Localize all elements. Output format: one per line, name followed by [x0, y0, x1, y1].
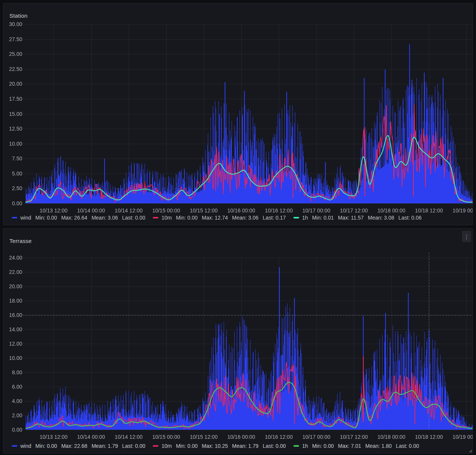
- legend-stat: Max: 10.25: [202, 443, 228, 449]
- x-axis-tick-label: 10/17 00:00: [298, 208, 335, 214]
- legend-stat: Last: 0.00: [122, 215, 146, 221]
- legend-stat: Last: 0.00: [263, 443, 286, 449]
- legend-stat: Mean: 1.80: [365, 443, 392, 449]
- legend-series-marker-icon: [12, 445, 17, 447]
- legend-stat: Max: 22.68: [61, 443, 87, 449]
- x-axis-tick-label: 10/14 12:00: [111, 434, 147, 440]
- legend-stat: Last: 0.06: [398, 215, 422, 221]
- legend-stat: Min: 0.00: [35, 443, 57, 449]
- y-axis-tick-label: 6.00: [3, 384, 22, 390]
- legend-series-name[interactable]: wind: [20, 443, 31, 449]
- x-axis-tick-label: 10/19 00:00: [448, 434, 473, 440]
- legend-stat: Mean: 3.08: [368, 215, 394, 221]
- panel-title-station[interactable]: Station: [9, 12, 28, 19]
- y-axis-tick-label: 5.00: [3, 171, 22, 177]
- legend-stat: Min: 0.00: [312, 443, 334, 449]
- legend-stat: Min: 0.00: [176, 215, 198, 221]
- y-axis-tick-label: 10.00: [3, 355, 22, 361]
- y-axis-tick-label: 25.00: [3, 51, 22, 57]
- y-axis-tick-label: 8.00: [3, 369, 22, 375]
- x-axis-tick-label: 10/14 00:00: [73, 208, 109, 214]
- legend-item-10m: 10mMin: 0.00Max: 10.25Mean: 1.79Last: 0.…: [153, 443, 286, 449]
- legend-item-10m: 10mMin: 0.00Max: 12.74Mean: 3.06Last: 0.…: [153, 215, 286, 221]
- y-axis-tick-label: 2.00: [3, 412, 22, 418]
- legend-stat: Last: 0.00: [396, 443, 419, 449]
- x-axis-tick-label: 10/17 12:00: [336, 208, 372, 214]
- x-axis-tick-label: 10/13 12:00: [35, 434, 72, 440]
- station-timeseries-canvas[interactable]: [3, 3, 473, 212]
- y-axis-tick-label: 17.50: [3, 96, 22, 102]
- legend-stat: Last: 0.00: [122, 443, 146, 449]
- panel-terrasse: Terrasse ⋮ 24.0022.0020.0018.0016.0014.0…: [3, 228, 473, 453]
- legend-series-marker-icon: [293, 445, 299, 447]
- y-axis-tick-label: 16.00: [3, 312, 22, 318]
- y-axis-tick-label: 20.00: [3, 81, 22, 87]
- panel-menu-kebab-icon[interactable]: ⋮: [462, 231, 471, 242]
- x-axis-tick-label: 10/16 00:00: [223, 434, 259, 440]
- x-axis-tick-label: 10/18 12:00: [411, 208, 447, 214]
- legend-stat: Last: 0.17: [263, 215, 286, 221]
- y-axis-tick-label: 0.00: [3, 427, 22, 433]
- x-axis-tick-label: 10/13 12:00: [35, 208, 72, 214]
- y-axis-tick-label: 20.00: [3, 283, 22, 289]
- x-axis-tick-label: 10/17 12:00: [336, 434, 372, 440]
- y-axis-tick-label: 24.00: [3, 255, 22, 261]
- y-axis-tick-label: 12.50: [3, 126, 22, 132]
- legend-stat: Max: 7.01: [338, 443, 361, 449]
- legend-item-1h: 1hMin: 0.00Max: 7.01Mean: 1.80Last: 0.00: [293, 443, 419, 449]
- x-axis-tick-label: 10/15 00:00: [148, 434, 184, 440]
- legend-stat: Min: 0.00: [176, 443, 198, 449]
- x-axis-tick-label: 10/14 00:00: [73, 434, 109, 440]
- legend-stat: Mean: 3.06: [232, 215, 258, 221]
- legend-stat: Mean: 1.79: [232, 443, 258, 449]
- x-axis-tick-label: 10/15 12:00: [186, 434, 222, 440]
- legend-stat: Mean: 3.06: [92, 215, 118, 221]
- terrasse-timeseries-canvas[interactable]: [3, 229, 473, 438]
- legend-series-name[interactable]: 10m: [161, 215, 172, 221]
- legend-series-name[interactable]: 1h: [302, 215, 308, 221]
- x-axis-tick-label: 10/16 12:00: [261, 434, 297, 440]
- x-axis-tick-label: 10/18 00:00: [373, 208, 410, 214]
- x-axis-tick-label: 10/19 00:00: [448, 208, 473, 214]
- legend-item-wind: windMin: 0.00Max: 22.68Mean: 1.79Last: 0…: [12, 443, 145, 449]
- legend-item-wind: windMin: 0.00Max: 26.64Mean: 3.06Last: 0…: [12, 215, 145, 221]
- panel-station: Station 30.0027.5025.0022.5020.0017.5015…: [3, 3, 473, 225]
- x-axis-tick-label: 10/15 12:00: [186, 208, 222, 214]
- legend-series-marker-icon: [153, 217, 158, 218]
- legend-stat: Min: 0.01: [312, 215, 334, 221]
- legend-series-marker-icon: [153, 445, 158, 447]
- x-axis-tick-label: 10/18 00:00: [373, 434, 410, 440]
- legend-stat: Min: 0.00: [35, 215, 57, 221]
- y-axis-tick-label: 30.00: [3, 21, 22, 27]
- y-axis-tick-label: 14.00: [3, 326, 22, 332]
- y-axis-tick-label: 27.50: [3, 36, 22, 42]
- legend-series-marker-icon: [293, 217, 299, 218]
- y-axis-tick-label: 2.50: [3, 185, 22, 191]
- y-axis-tick-label: 10.00: [3, 141, 22, 147]
- legend-series-name[interactable]: 1h: [302, 443, 308, 449]
- y-axis-tick-label: 7.50: [3, 155, 22, 161]
- y-axis-tick-label: 4.00: [3, 398, 22, 404]
- panel-resize-handle[interactable]: [469, 449, 472, 452]
- x-axis-tick-label: 10/16 12:00: [261, 208, 297, 214]
- y-axis-tick-label: 0.00: [3, 200, 22, 206]
- y-axis-tick-label: 18.00: [3, 298, 22, 304]
- x-axis-tick-label: 10/17 00:00: [298, 434, 335, 440]
- legend-station: windMin: 0.00Max: 26.64Mean: 3.06Last: 0…: [12, 214, 429, 221]
- x-axis-tick-label: 10/14 12:00: [111, 208, 147, 214]
- y-axis-tick-label: 22.00: [3, 269, 22, 275]
- y-axis-tick-label: 22.50: [3, 66, 22, 72]
- x-axis-tick-label: 10/16 00:00: [223, 208, 259, 214]
- legend-series-name[interactable]: wind: [20, 215, 31, 221]
- panel-title-terrasse[interactable]: Terrasse: [9, 238, 32, 244]
- legend-item-1h: 1hMin: 0.01Max: 11.57Mean: 3.08Last: 0.0…: [293, 215, 422, 221]
- x-axis-tick-label: 10/18 12:00: [411, 434, 447, 440]
- y-axis-tick-label: 15.00: [3, 111, 22, 117]
- legend-series-marker-icon: [12, 217, 17, 218]
- legend-series-name[interactable]: 10m: [161, 443, 172, 449]
- legend-stat: Max: 11.57: [338, 215, 364, 221]
- legend-stat: Mean: 1.79: [92, 443, 118, 449]
- legend-stat: Max: 12.74: [202, 215, 228, 221]
- x-axis-tick-label: 10/15 00:00: [148, 208, 184, 214]
- legend-stat: Max: 26.64: [61, 215, 87, 221]
